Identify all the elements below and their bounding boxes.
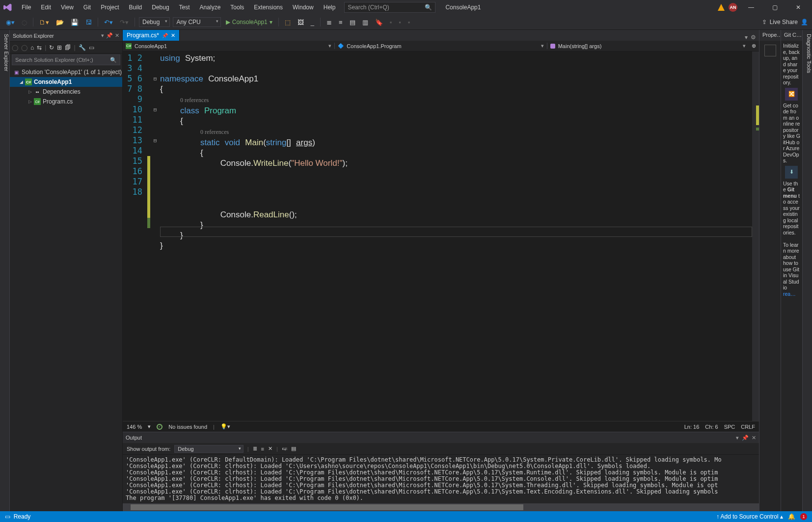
menu-debug[interactable]: Debug	[147, 2, 174, 13]
live-share-button[interactable]: ⇪ Live Share 👤	[762, 19, 808, 26]
code-editor[interactable]: 1 2 3 4 5 6 7 8 9 10 11 12 13 14 15 16 1…	[123, 52, 759, 421]
global-search[interactable]: Search (Ctrl+Q) 🔍	[344, 2, 435, 13]
panel-dropdown-icon[interactable]: ▾	[101, 32, 104, 39]
out-tb-icon1[interactable]: ≣	[253, 445, 257, 452]
output-pin-icon[interactable]: 📌	[742, 435, 749, 441]
output-text[interactable]: 'ConsoleApp1.exe' (CoreCLR: DefaultDomai…	[123, 455, 759, 503]
se-preview-icon[interactable]: ▭	[89, 44, 94, 51]
save-all-button[interactable]: 🖫	[83, 17, 94, 27]
platform-select[interactable]: Any CPU	[173, 17, 220, 27]
git-changes-tab[interactable]: Git C…	[781, 30, 802, 41]
nav-project[interactable]: C# ConsoleApp1 ▾	[123, 43, 335, 49]
indent-indicator[interactable]: SPC	[724, 424, 735, 430]
feedback-icon[interactable]: 👤	[801, 19, 808, 26]
tabs-gear-icon[interactable]: ⚙	[751, 34, 756, 41]
tb-icon-3[interactable]: _	[309, 17, 316, 27]
indent-icon[interactable]: ≣	[325, 17, 334, 27]
close-button[interactable]: ✕	[788, 0, 808, 14]
codelens-main[interactable]: 0 references	[200, 129, 229, 135]
se-refresh-icon[interactable]: ↻	[49, 44, 54, 51]
output-source-select[interactable]: Debug	[174, 445, 243, 453]
menu-extensions[interactable]: Extensions	[249, 2, 288, 13]
start-debug-button[interactable]: ▶ ConsoleApp1 ▾	[224, 18, 274, 26]
open-button[interactable]: 📂	[54, 17, 66, 27]
se-home-icon[interactable]: ⌂	[30, 44, 34, 51]
output-close-icon[interactable]: ✕	[752, 435, 756, 441]
tree-dependencies[interactable]: ▷ ▪▪ Dependencies	[10, 87, 122, 97]
split-icon[interactable]: ⊕	[752, 43, 756, 49]
out-tb-icon2[interactable]: ≡	[261, 446, 264, 452]
menu-git[interactable]: Git	[79, 2, 96, 13]
warning-icon[interactable]	[718, 4, 725, 11]
tab-pin-icon[interactable]: 📌	[162, 33, 168, 38]
out-clear-icon[interactable]: ▤	[291, 445, 296, 452]
notifications-count[interactable]: 1	[800, 513, 807, 520]
scroll-map[interactable]	[752, 52, 759, 421]
outdent-icon[interactable]: ≡	[337, 17, 345, 27]
properties-tab[interactable]: Prope…	[759, 30, 781, 41]
col-indicator[interactable]: Ch: 6	[705, 424, 718, 430]
save-button[interactable]: 💾	[69, 17, 81, 27]
bookmark-icon[interactable]: 🔖	[373, 17, 385, 27]
output-dropdown-icon[interactable]: ▾	[736, 435, 739, 441]
menu-view[interactable]: View	[56, 2, 79, 13]
menu-test[interactable]: Test	[174, 2, 195, 13]
nav-member[interactable]: Main(string[] args) ▾ ⊕	[547, 43, 759, 49]
git-clone-button[interactable]: ⬇	[785, 166, 798, 179]
se-back-icon[interactable]: ◯	[12, 44, 18, 51]
config-select[interactable]: Debug	[139, 17, 170, 27]
redo-button[interactable]: ↷▾	[118, 17, 131, 27]
output-h-scrollbar[interactable]	[123, 503, 759, 511]
nav-back-button[interactable]: ◉▾	[4, 17, 17, 27]
menu-help[interactable]: Help	[319, 2, 341, 13]
menu-build[interactable]: Build	[124, 2, 147, 13]
output-rect-icon[interactable]: ▭	[5, 513, 10, 520]
out-wrap-icon[interactable]: ⮓	[282, 446, 287, 452]
new-project-button[interactable]: 🗋▾	[37, 17, 51, 27]
minimize-button[interactable]: —	[741, 0, 761, 14]
se-search[interactable]: Search Solution Explorer (Ctrl+;) 🔍	[12, 54, 120, 65]
fold-column[interactable]: ⊟ ⊟ ⊟	[150, 52, 160, 421]
nav-class[interactable]: 🔷 ConsoleApp1.Program ▾	[335, 43, 547, 49]
line-indicator[interactable]: Ln: 16	[684, 424, 700, 430]
maximize-button[interactable]: ▢	[765, 0, 785, 14]
se-collapse-icon[interactable]: ⊞	[57, 44, 62, 51]
menu-tools[interactable]: Tools	[225, 2, 249, 13]
user-avatar[interactable]: AN	[729, 3, 737, 12]
tree-program-cs[interactable]: ▷ C# Program.cs	[10, 97, 122, 106]
menu-window[interactable]: Window	[288, 2, 319, 13]
tb-icon-2[interactable]: 🖾	[296, 17, 306, 27]
se-showall-icon[interactable]: 🗐	[65, 44, 71, 51]
out-tb-icon3[interactable]: ✕	[268, 445, 272, 452]
uncomment-icon[interactable]: ▥	[360, 17, 370, 27]
se-fwd-icon[interactable]: ◯	[21, 44, 27, 51]
comment-icon[interactable]: ▤	[348, 17, 357, 27]
menu-project[interactable]: Project	[96, 2, 124, 13]
tab-close-icon[interactable]: ✕	[171, 32, 175, 39]
se-sync-icon[interactable]: ⇆	[37, 44, 42, 51]
git-learn-more-link[interactable]: rea…	[783, 291, 796, 297]
panel-pin-icon[interactable]: 📌	[106, 32, 113, 39]
undo-button[interactable]: ↶▾	[102, 17, 115, 27]
menu-edit[interactable]: Edit	[36, 2, 56, 13]
left-rail-server-explorer[interactable]: Server Explorer	[0, 30, 10, 511]
se-properties-icon[interactable]: 🔧	[79, 44, 86, 51]
add-source-control[interactable]: ↑ Add to Source Control ▴	[716, 513, 783, 520]
issues-label[interactable]: No issues found	[168, 424, 207, 430]
notifications-icon[interactable]: 🔔	[788, 513, 795, 520]
zoom-dropdown-icon[interactable]: ▾	[148, 423, 151, 430]
panel-close-icon[interactable]: ✕	[115, 32, 119, 39]
code-body[interactable]: using System; namespace ConsoleApp1 { 0 …	[160, 52, 752, 421]
tb-icon-1[interactable]: ⬚	[283, 17, 293, 27]
git-create-repo-button[interactable]: 🔀	[785, 88, 798, 101]
tabs-dropdown-icon[interactable]: ▾	[745, 34, 748, 41]
tree-solution-root[interactable]: ▣ Solution 'ConsoleApp1' (1 of 1 project…	[10, 67, 122, 77]
codelens-class[interactable]: 0 references	[180, 97, 209, 104]
eol-indicator[interactable]: CRLF	[741, 424, 755, 430]
lightbulb-icon[interactable]: 💡▾	[220, 423, 230, 430]
tree-project[interactable]: ◢ C# ConsoleApp1	[10, 77, 122, 87]
right-rail-diagnostic[interactable]: Diagnostic Tools	[802, 30, 812, 511]
tab-program-cs[interactable]: Program.cs* 📌 ✕	[123, 30, 180, 41]
zoom-level[interactable]: 146 %	[127, 424, 142, 430]
menu-analyze[interactable]: Analyze	[195, 2, 226, 13]
